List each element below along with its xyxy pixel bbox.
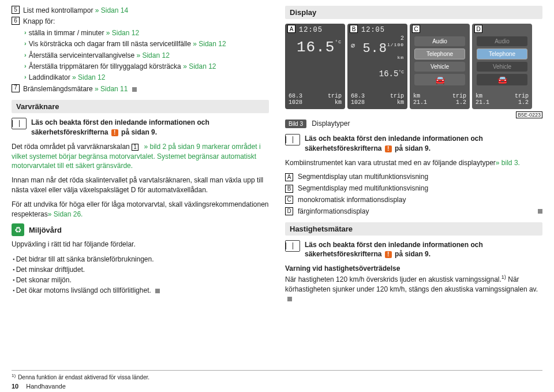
eco-heading: ♻ Miljövård — [12, 223, 269, 236]
page-link[interactable]: » Sidan 12 — [106, 29, 139, 37]
eco-intro: Uppväxling i rätt tid har följande förde… — [12, 240, 269, 249]
chevron-icon: › — [24, 62, 27, 71]
fig-link[interactable]: » bild 3. — [496, 159, 520, 167]
left-column: 5 List med kontrollampor » Sidan 14 6 Kn… — [12, 6, 269, 308]
figure-display-types: A 12:05 16.5°C 68.3trip 1028km B 12:05 2… — [285, 24, 542, 109]
type-label-a: A — [285, 173, 293, 181]
panel-label-d: D — [474, 25, 482, 33]
bullet: Det minskar driftljudet. — [13, 264, 269, 275]
paragraph: Det röda området på varvräknarskalan 1 »… — [12, 142, 269, 171]
paragraph: Kombiinstrumentet kan vara utrustat med … — [285, 158, 542, 168]
sublist: ›ställa in timmar / minuter » Sidan 12 ›… — [24, 28, 269, 83]
legend-item-5: 5 List med kontrollampor » Sidan 14 — [12, 6, 269, 16]
display-panel-a: A 12:05 16.5°C 68.3trip 1028km — [285, 24, 345, 109]
menu-audio: Audio — [477, 36, 527, 46]
bullet-row: Det ökar motorns livslängd och tillförli… — [12, 285, 269, 296]
car-icon: 🚘 — [414, 74, 465, 85]
menu-telephone: Telephone — [477, 48, 527, 59]
page-number: 10 — [12, 383, 18, 390]
end-marker-icon — [538, 209, 542, 214]
speed-warning: Varning vid hastighetsöverträdelse När h… — [285, 264, 542, 304]
warning-icon: ! — [111, 129, 118, 136]
display-panel-b: B 12:05 2 ⌀5.8l/100 km 16.5°C 68.3trip 1… — [347, 24, 407, 109]
display-panel-d: D Audio Telephone Vehicle 🚘 kmtrip 21.11… — [472, 24, 532, 109]
section-display: Display — [285, 6, 542, 19]
legend-text: List med kontrollampor — [23, 6, 93, 14]
right-column: Display A 12:05 16.5°C 68.3trip 1028km B… — [285, 6, 542, 308]
section-varvraknare: Varvräknare — [12, 100, 269, 113]
safety-note: Läs och beakta först den inledande infor… — [285, 134, 542, 154]
figure-caption: Bild 3 Displaytyper — [285, 120, 542, 128]
book-icon — [285, 240, 300, 252]
panel-label-b: B — [350, 25, 358, 33]
menu-telephone: Telephone — [414, 48, 465, 59]
legend-num-7: 7 — [12, 84, 20, 92]
page-link[interactable]: » Sidan 11 — [95, 85, 128, 93]
panel-label-a: A — [287, 25, 295, 33]
menu-vehicle: Vehicle — [414, 62, 465, 72]
chevron-icon: › — [24, 73, 27, 82]
footnote-marker: 1) — [501, 274, 506, 280]
end-marker-icon — [287, 297, 292, 301]
book-icon — [285, 134, 300, 145]
warning-icon: ! — [385, 251, 392, 258]
warning-icon: ! — [385, 145, 392, 152]
section-name: Handhavande — [26, 383, 66, 390]
safety-note: Läs och beakta först den inledande infor… — [285, 240, 542, 260]
bullet: Det bidrar till att sänka bränsleförbruk… — [13, 254, 269, 264]
type-label-c: C — [285, 196, 293, 204]
paragraph: För att undvika för höga eller för låga … — [12, 200, 269, 219]
book-icon — [12, 118, 27, 129]
page-footer: 10 Handhavande — [12, 383, 66, 390]
chevron-icon: › — [24, 28, 27, 38]
bullet: Det skonar miljön. — [13, 275, 269, 285]
legend-num-6: 6 — [12, 17, 20, 25]
end-marker-icon — [132, 87, 137, 92]
end-marker-icon — [155, 289, 160, 293]
page-link[interactable]: » Sidan 12 — [193, 40, 226, 48]
legend-item-7: 7 Bränslemängdsmätare » Sidan 11 — [12, 84, 269, 94]
legend-text: Bränslemängdsmätare — [23, 85, 93, 93]
safety-note: Läs och beakta först den inledande infor… — [12, 118, 269, 137]
page-link[interactable]: » Sidan 14 — [95, 6, 128, 14]
car-icon: 🚘 — [477, 74, 527, 85]
figure-code: B5E-0223 — [516, 111, 542, 118]
paragraph: Innan man når det röda skalintervallet p… — [12, 176, 269, 195]
eco-icon: ♻ — [12, 223, 24, 236]
menu-vehicle: Vehicle — [477, 62, 527, 72]
display-panel-c: C Audio Telephone Vehicle 🚘 kmtrip 21.11… — [410, 24, 470, 109]
ref-box-1: 1 — [132, 144, 138, 151]
chevron-icon: › — [24, 39, 27, 48]
page-link[interactable]: » Sidan 12 — [72, 73, 105, 81]
panel-label-c: C — [412, 25, 420, 33]
footnote: 1)Denna funktion är endast aktiverad för… — [12, 370, 542, 380]
legend-item-6: 6 Knapp för: — [12, 17, 269, 27]
menu-audio: Audio — [414, 36, 465, 46]
section-hastighetsmatare: Hastighetsmätare — [285, 222, 542, 236]
page-link[interactable]: » Sidan 12 — [136, 51, 169, 59]
page-link[interactable]: » Sidan 12 — [183, 62, 216, 70]
legend-text: Knapp för: — [23, 17, 269, 27]
chevron-icon: › — [24, 51, 27, 60]
type-label-d: D — [285, 207, 293, 215]
legend-num-5: 5 — [12, 6, 20, 14]
page-link[interactable]: » Sidan 26. — [48, 210, 83, 218]
type-label-b: B — [285, 185, 293, 193]
